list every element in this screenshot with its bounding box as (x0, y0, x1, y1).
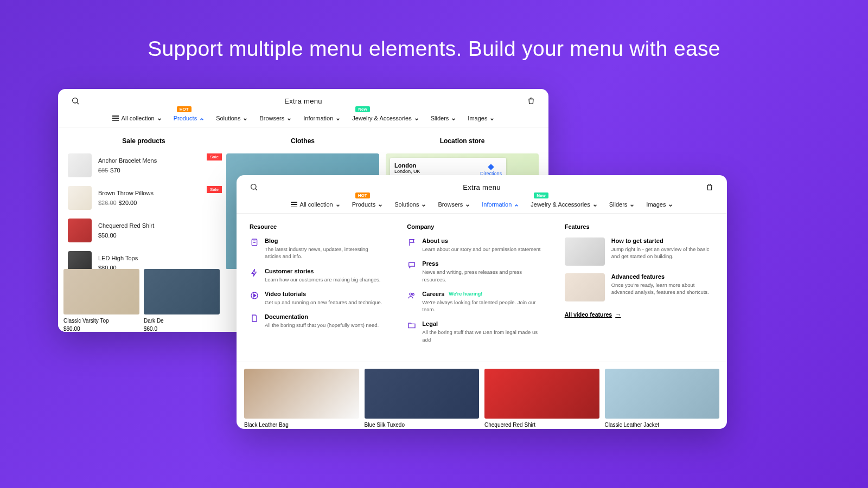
search-icon[interactable] (71, 97, 80, 105)
link-title: Customer stories (265, 268, 380, 274)
map-city: London (394, 162, 416, 169)
menu-link-careers[interactable]: CareersWe're hearing!We're always lookin… (407, 291, 542, 313)
sale-item[interactable]: Chequered Red Shirt$50.00 (68, 219, 220, 242)
chevron-down-icon (451, 116, 456, 120)
sale-item[interactable]: Brown Throw Pillows$26.00$20.00Sale (68, 186, 220, 210)
nav-label: All collection (122, 115, 155, 121)
feature-desc: Jump right in - get an overview of the b… (611, 246, 714, 260)
menu-link-blog[interactable]: BlogThe latest industry news, updates, i… (250, 237, 385, 260)
menu-link-video-tutorials[interactable]: Video tutorialsGet up and running on new… (250, 291, 385, 306)
nav-label: Jewelry & Accessories (352, 115, 411, 121)
nav-item-jewelry-accessories[interactable]: Jewelry & AccessoriesNew (352, 115, 418, 121)
nav-label: All collection (300, 201, 333, 208)
product-card[interactable]: Chequered Red Shirt$50.00 (484, 369, 599, 429)
burger-icon (112, 115, 119, 121)
product-name: Chequered Red Shirt (98, 222, 154, 229)
bag-icon[interactable] (705, 183, 714, 191)
product-name: Classic Leather Jacket (605, 422, 720, 428)
burger-icon (291, 202, 297, 207)
nav-item-images[interactable]: Images (468, 115, 494, 121)
link-desc: Get up and running on new features and t… (265, 299, 382, 306)
nav-item-sliders[interactable]: Sliders (609, 201, 635, 208)
link-title: About us (422, 237, 540, 244)
product-name: Blue Silk Tuxedo (365, 422, 480, 428)
chevron-up-icon (200, 116, 204, 120)
product-card[interactable]: Classic Leather Jacket$80.00 (605, 369, 720, 429)
chevron-down-icon (668, 202, 673, 207)
nav-item-solutions[interactable]: Solutions (394, 201, 426, 208)
nav-label: Products (174, 115, 197, 121)
menu-link-about-us[interactable]: About usLearn about our story and our pe… (407, 237, 542, 253)
link-desc: We're always looking for talented people… (422, 299, 542, 313)
feature-card[interactable]: Advanced featuresOnce you're ready, lear… (565, 273, 714, 301)
nav-item-information[interactable]: Information (303, 115, 340, 121)
nav-item-jewelry-accessories[interactable]: Jewelry & AccessoriesNew (531, 201, 597, 208)
link-desc: Learn how our customers are making big c… (265, 276, 380, 283)
chevron-down-icon (593, 202, 597, 207)
chevron-down-icon (336, 202, 340, 207)
nav-label: Images (468, 115, 487, 121)
nav-item-products[interactable]: ProductsHOT (352, 201, 382, 208)
product-card[interactable]: Blue Silk Tuxedo$70.00 (365, 369, 480, 429)
link-title: Press (422, 260, 542, 267)
product-card[interactable]: Dark De$60.0 (144, 269, 220, 332)
bolt-icon (250, 268, 259, 278)
nav-item-products[interactable]: ProductsHOT (174, 115, 204, 121)
product-thumb (68, 219, 92, 242)
product-price: $60.00 (63, 326, 139, 332)
main-nav: All collectionProductsHOTSolutionsBrowse… (58, 105, 548, 127)
link-desc: News and writing, press releases and pre… (422, 268, 542, 283)
product-price: $26.00$20.00 (98, 200, 154, 206)
badge-new: New (534, 192, 548, 198)
column-head-clothes: Clothes (220, 137, 386, 145)
svg-point-0 (73, 98, 78, 103)
menu-link-legal[interactable]: LegalAll the boring stuff that we Dan fr… (407, 320, 542, 343)
product-image (605, 369, 720, 419)
link-title: CareersWe're hearing! (422, 291, 542, 297)
product-image (365, 369, 480, 419)
nav-item-browsers[interactable]: Browsers (438, 201, 470, 208)
search-icon[interactable] (250, 183, 258, 191)
product-card[interactable]: Classic Varsity Top$60.00 (63, 269, 139, 332)
svg-line-1 (77, 102, 79, 104)
chevron-down-icon (378, 202, 382, 207)
sale-item[interactable]: Anchor Bracelet Mens$85$70Sale (68, 153, 220, 177)
svg-point-10 (410, 293, 412, 295)
nav-item-all-collection[interactable]: All collection (112, 115, 162, 121)
feature-card[interactable]: How to get startedJump right in - get an… (565, 237, 714, 266)
menu-link-documentation[interactable]: DocumentationAll the boring stuff that y… (250, 313, 385, 329)
product-name: Classic Varsity Top (63, 318, 139, 324)
product-name: Dark De (144, 318, 220, 324)
column-head-location: Location store (386, 137, 539, 145)
link-title: Video tutorials (265, 291, 382, 297)
nav-item-browsers[interactable]: Browsers (259, 115, 291, 121)
nav-item-solutions[interactable]: Solutions (216, 115, 247, 121)
product-image (144, 269, 220, 314)
badge-new: New (355, 106, 369, 112)
product-name: Brown Throw Pillows (98, 190, 154, 196)
product-name: Black Leather Bag (244, 422, 359, 428)
nav-item-images[interactable]: Images (646, 201, 673, 208)
map-directions-link[interactable]: Directions (480, 163, 502, 176)
nav-label: Information (303, 115, 333, 121)
all-video-features-link[interactable]: All video features → (565, 311, 621, 318)
product-thumb (68, 153, 92, 177)
nav-label: Jewelry & Accessories (531, 201, 590, 208)
feature-thumb (565, 237, 605, 266)
nav-item-all-collection[interactable]: All collection (291, 201, 340, 208)
product-name: Anchor Bracelet Mens (98, 157, 157, 164)
menu-link-press[interactable]: PressNews and writing, press releases an… (407, 260, 542, 283)
play-icon (250, 291, 259, 300)
nav-label: Sliders (431, 115, 449, 121)
product-card[interactable]: Black Leather Bag$30.00 (244, 369, 359, 429)
hiring-badge: We're hearing! (449, 291, 482, 297)
link-desc: The latest industry news, updates, inter… (265, 246, 385, 260)
nav-item-information[interactable]: Information (482, 201, 519, 208)
nav-label: Browsers (438, 201, 463, 208)
chevron-down-icon (336, 116, 340, 120)
bag-icon[interactable] (527, 97, 535, 105)
brand-title: Extra menu (284, 97, 322, 105)
menu-link-customer-stories[interactable]: Customer storiesLearn how our customers … (250, 268, 385, 283)
product-image (63, 269, 139, 314)
nav-item-sliders[interactable]: Sliders (431, 115, 456, 121)
